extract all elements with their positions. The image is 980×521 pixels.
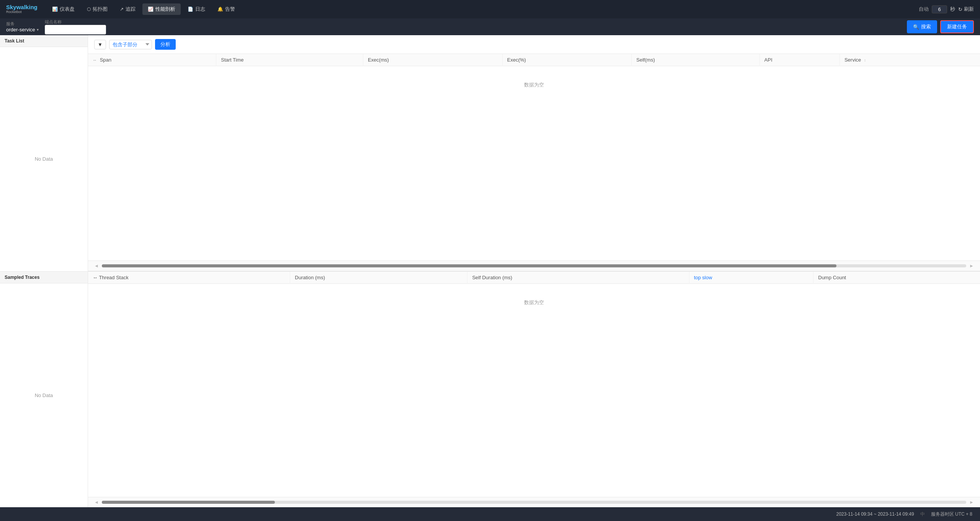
footer-separator: 中 [920, 511, 925, 518]
thread-scroll-thumb [102, 501, 275, 504]
span-col-start-time[interactable]: Start Time [216, 54, 363, 66]
span-table: ↔ Span Start Time Exec(ms) Exec(%) [88, 54, 980, 104]
span-scrollbar[interactable]: ◄ ► [88, 260, 980, 271]
logo-text: Skywalking Rocketbot [6, 4, 38, 14]
task-list-empty: No Data [0, 47, 88, 271]
endpoint-area: 端点名称 [45, 19, 106, 34]
service-chevron-icon: ▾ [37, 28, 39, 32]
span-col-exec-ms[interactable]: Exec(ms) [363, 54, 502, 66]
refresh-label: 刷新 [964, 6, 974, 13]
nav-item-alert[interactable]: 🔔 告警 [212, 3, 240, 15]
nav-item-logs[interactable]: 📄 日志 [182, 3, 211, 15]
right-upper: ▼ 包含子部分 不包含子部分 分析 ↔ Spa [88, 35, 980, 272]
logs-icon: 📄 [188, 7, 193, 12]
nav-label-alert: 告警 [225, 6, 235, 13]
scroll-thumb [102, 264, 836, 267]
top-nav: Skywalking Rocketbot 📊 仪表盘 ⬡ 拓扑图 ↗ 追踪 📈 … [0, 0, 980, 18]
analyze-button[interactable]: 分析 [155, 39, 176, 50]
nav-item-topology[interactable]: ⬡ 拓扑图 [82, 3, 113, 15]
auto-unit: 秒 [950, 6, 955, 13]
search-button[interactable]: 🔍 搜索 [907, 20, 937, 33]
sampled-traces-title: Sampled Traces [0, 272, 88, 283]
nav-label-profiling: 性能剖析 [155, 6, 175, 13]
right-lower: ↔ Thread Stack Duration (ms) Self Durati… [88, 272, 980, 508]
span-table-container[interactable]: ↔ Span Start Time Exec(ms) Exec(%) [88, 54, 980, 260]
alert-icon: 🔔 [217, 7, 223, 12]
thread-col-top-slow[interactable]: top slow [689, 272, 813, 284]
thread-col-dump-count[interactable]: Dump Count [813, 272, 980, 284]
thread-scroll-left-icon[interactable]: ◄ [94, 500, 99, 505]
thread-scroll-right-icon[interactable]: ► [969, 500, 974, 505]
nav-label-trace: 追踪 [126, 6, 136, 13]
refresh-button[interactable]: ↻ 刷新 [958, 6, 974, 13]
footer-timezone: 服务器时区 UTC + 8 [931, 511, 972, 518]
dropdown-chevron-icon: ▼ [98, 42, 103, 47]
trace-icon: ↗ [120, 7, 124, 12]
service-selector[interactable]: 服务 order-service ▾ [6, 21, 39, 33]
footer-time-range: 2023-11-14 09:34 ~ 2023-11-14 09:49 [836, 511, 914, 517]
thread-stack-container[interactable]: ↔ Thread Stack Duration (ms) Self Durati… [88, 272, 980, 497]
scroll-left-icon[interactable]: ◄ [94, 263, 99, 269]
task-list-title: Task List [0, 35, 88, 47]
new-task-label: 新建任务 [947, 24, 967, 29]
nav-item-trace[interactable]: ↗ 追踪 [114, 3, 141, 15]
thread-scrollbar[interactable]: ◄ ► [88, 497, 980, 507]
sub-nav: 服务 order-service ▾ 端点名称 🔍 搜索 新建任务 [0, 18, 980, 35]
thread-col-stack[interactable]: ↔ Thread Stack [88, 272, 290, 284]
top-slow-link[interactable]: top slow [694, 275, 712, 280]
thread-table: ↔ Thread Stack Duration (ms) Self Durati… [88, 272, 980, 321]
scroll-track[interactable] [102, 264, 966, 267]
endpoint-input[interactable] [45, 25, 106, 34]
service-sort-icon: ↕ [864, 58, 866, 62]
right-panel: ▼ 包含子部分 不包含子部分 分析 ↔ Spa [88, 35, 980, 507]
endpoint-label: 端点名称 [45, 19, 106, 25]
span-col-span[interactable]: ↔ Span [88, 54, 216, 66]
service-value: order-service [6, 27, 35, 33]
thread-resize-icon: ↔ [93, 275, 98, 280]
topology-icon: ⬡ [87, 7, 91, 12]
sub-nav-right: 🔍 搜索 新建任务 [907, 20, 974, 33]
nav-item-dashboard[interactable]: 📊 仪表盘 [47, 3, 80, 15]
nav-label-logs: 日志 [195, 6, 205, 13]
endpoint-label-wrap: 端点名称 [45, 19, 106, 34]
thread-col-self-duration[interactable]: Self Duration (ms) [467, 272, 689, 284]
include-children-select[interactable]: 包含子部分 不包含子部分 [109, 40, 152, 49]
nav-label-topology: 拓扑图 [93, 6, 108, 13]
auto-interval-input[interactable] [932, 5, 947, 13]
nav-item-profiling[interactable]: 📈 性能剖析 [142, 3, 181, 15]
span-col-self-ms[interactable]: Self(ms) [632, 54, 760, 66]
thread-table-empty: 数据为空 [88, 283, 980, 321]
logo-title: Skywalking [6, 4, 38, 11]
refresh-icon: ↻ [958, 7, 962, 12]
span-table-empty: 数据为空 [88, 66, 980, 104]
profiling-icon: 📈 [148, 7, 154, 12]
filter-dropdown[interactable]: ▼ [94, 40, 106, 49]
span-col-exec-pct[interactable]: Exec(%) [502, 54, 632, 66]
footer: 2023-11-14 09:34 ~ 2023-11-14 09:49 中 服务… [0, 507, 980, 521]
logo-subtitle: Rocketbot [6, 10, 38, 14]
filter-row: ▼ 包含子部分 不包含子部分 分析 [88, 35, 980, 54]
top-nav-right: 自动 秒 ↻ 刷新 [919, 5, 974, 13]
span-col-api[interactable]: API [760, 54, 840, 66]
thread-col-duration[interactable]: Duration (ms) [290, 272, 467, 284]
nav-label-dashboard: 仪表盘 [60, 6, 75, 13]
logo: Skywalking Rocketbot [6, 4, 38, 14]
search-icon: 🔍 [913, 24, 919, 30]
search-label: 搜索 [921, 23, 931, 30]
sampled-traces-empty: No Data [0, 283, 88, 508]
resize-icon: ↔ [93, 58, 97, 62]
new-task-button[interactable]: 新建任务 [940, 20, 974, 33]
span-col-service[interactable]: Service ↕ [840, 54, 980, 66]
analyze-label: 分析 [160, 41, 170, 47]
left-panel: Task List No Data Sampled Traces No Data [0, 35, 88, 507]
service-label: 服务 [6, 21, 39, 27]
sampled-traces-section: Sampled Traces No Data [0, 272, 88, 508]
service-value-row[interactable]: order-service ▾ [6, 27, 39, 33]
main-layout: Task List No Data Sampled Traces No Data… [0, 35, 980, 507]
task-list-section: Task List No Data [0, 35, 88, 272]
thread-scroll-track[interactable] [102, 501, 966, 504]
dashboard-icon: 📊 [52, 7, 58, 12]
scroll-right-icon[interactable]: ► [969, 263, 974, 269]
auto-label: 自动 [919, 6, 929, 13]
